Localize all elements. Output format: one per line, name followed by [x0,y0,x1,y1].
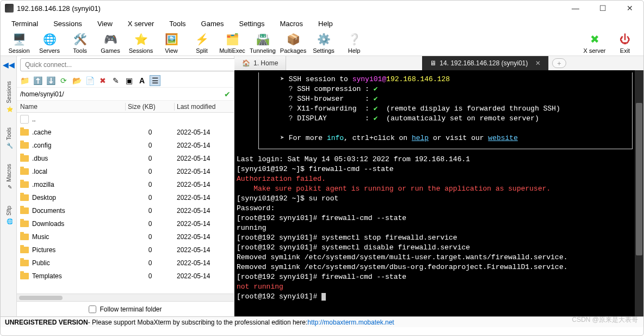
servers-icon: 🌐 [42,32,57,46]
terminal-icon[interactable]: ▣ [123,75,134,86]
star-icon: ⭐ [5,106,13,113]
side-tabs: ◀◀ ⭐Sessions 🔧Tools ✎Macros 🌐Sftp [1,56,17,316]
tb-settings[interactable]: ⚙️Settings [308,32,339,54]
tb-multiexec[interactable]: 🗂️MultiExec [217,32,247,54]
view-icon: 🖼️ [164,32,178,46]
watermark: CSDN @原来是大表哥 [572,315,638,325]
table-row[interactable]: Music02022-05-14 [17,230,234,243]
sidetab-macros[interactable]: ✎Macros [4,161,14,195]
menu-view[interactable]: View [91,19,119,29]
status-bar: UNREGISTERED VERSION - Please support Mo… [1,316,643,327]
sftp-toolbar: 📁 ⬆️ ⬇️ ⟳ 📂 📄 ✖ ✎ ▣ A ☰ [17,74,234,88]
delete-icon[interactable]: ✖ [97,75,108,86]
folder-icon [20,129,29,136]
title-bar: 192.168.146.128 (synyi01) ― ☐ ✕ [1,1,643,16]
upload-icon[interactable]: ⬆️ [32,75,43,86]
quick-connect-input[interactable] [20,58,246,71]
tb-session[interactable]: 🖥️Session [4,32,34,54]
packages-icon: 📦 [286,32,300,46]
menu-macros[interactable]: Macros [273,19,309,29]
settings-icon: ⚙️ [317,32,331,46]
maximize-button[interactable]: ☐ [597,3,609,14]
tab-ssh-session[interactable]: 🖥14. 192.168.146.128 (synyi01)✕ [422,56,549,70]
app-icon [5,4,14,13]
col-name[interactable]: Name [17,103,126,111]
folder-icon [20,207,29,214]
menu-tools[interactable]: Tools [163,19,192,29]
menu-xserver[interactable]: X server [121,19,160,29]
folder-icon [20,273,29,279]
table-row[interactable]: .config02022-05-14 [17,139,234,152]
download-icon[interactable]: ⬇️ [45,75,56,86]
table-row[interactable]: .dbus02022-05-14 [17,152,234,165]
newfile-icon[interactable]: 📄 [84,75,95,86]
status-link[interactable]: http://mobaxterm.mobatek.net [307,319,394,326]
table-row[interactable]: .mozilla02022-05-14 [17,178,234,191]
table-row[interactable]: Public02022-05-14 [17,256,234,270]
table-row[interactable]: Templates02022-05-14 [17,270,234,283]
refresh-icon[interactable]: ⟳ [58,75,69,86]
minimize-button[interactable]: ― [569,3,581,14]
sidetab-sftp[interactable]: 🌐Sftp [4,203,14,229]
tb-exit[interactable]: ⏻Exit [610,32,640,54]
cursor [321,293,326,301]
tb-tunneling[interactable]: 🛣️Tunneling [247,32,278,54]
tab-home[interactable]: 🏠1. Home [234,56,286,70]
sidetab-tools[interactable]: 🔧Tools [4,124,14,153]
folder-icon [20,194,29,201]
tb-servers[interactable]: 🌐Servers [34,32,65,54]
col-size[interactable]: Size (KB) [126,103,175,111]
newfolder-icon[interactable]: 📂 [71,75,82,86]
exit-icon: ⏻ [618,32,632,46]
menu-bar: Terminal Sessions View X server Tools Ga… [1,16,643,31]
terminal-scrollbar[interactable] [635,70,643,316]
table-row[interactable]: Desktop02022-05-14 [17,191,234,204]
terminal-output[interactable]: ➤ SSH session to synyi01@192.168.146.128… [234,70,643,316]
table-row[interactable]: .local02022-05-14 [17,165,234,178]
folder-icon [20,155,29,162]
tb-games[interactable]: 🎮Games [95,32,126,54]
tb-packages[interactable]: 📦Packages [278,32,308,54]
globe-icon: 🌐 [5,218,13,225]
menu-settings[interactable]: Settings [233,19,271,29]
col-modified[interactable]: Last modified [175,103,234,111]
new-tab-button[interactable]: ＋ [552,58,566,68]
folder-icon[interactable]: 📁 [19,75,30,86]
collapse-panel-icon[interactable]: ◀◀ [2,59,16,70]
close-button[interactable]: ✕ [624,3,636,14]
toolbar: 🖥️Session 🌐Servers 🛠️Tools 🎮Games ⭐Sessi… [1,31,643,56]
file-header: Name Size (KB) Last modified [17,101,234,113]
window-title: 192.168.146.128 (synyi01) [17,4,101,13]
unregistered-label: UNREGISTERED VERSION [5,319,88,326]
edit-icon[interactable]: ✎ [110,75,121,86]
menu-games[interactable]: Games [195,19,231,29]
tunneling-icon: 🛣️ [256,32,270,46]
follow-terminal-checkbox[interactable] [89,306,96,313]
table-row[interactable]: Documents02022-05-14 [17,204,234,217]
table-row[interactable]: .cache02022-05-14 [17,126,234,139]
menu-help[interactable]: Help [312,19,339,29]
table-row[interactable]: Pictures02022-05-14 [17,243,234,256]
parent-row[interactable]: .. [17,113,234,126]
menu-terminal[interactable]: Terminal [5,19,45,29]
tb-view[interactable]: 🖼️View [156,32,187,54]
tb-split[interactable]: ⚡Split [187,32,217,54]
help-icon: ❔ [347,32,361,46]
session-icon: 🖥️ [12,32,26,46]
tb-help[interactable]: ❔Help [339,32,369,54]
tab-close-icon[interactable]: ✕ [535,59,541,67]
tb-sessions[interactable]: ⭐Sessions [126,32,156,54]
tb-xserver[interactable]: ✖X server [579,32,610,54]
status-text: - Please support MobaXterm by subscribin… [88,319,308,326]
folder-icon [20,221,29,227]
sessions-icon: ⭐ [134,32,148,46]
menu-sessions[interactable]: Sessions [47,19,89,29]
multiexec-icon: 🗂️ [225,32,239,46]
sidetab-sessions[interactable]: ⭐Sessions [4,78,14,117]
tb-tools[interactable]: 🛠️Tools [65,32,95,54]
text-icon[interactable]: A [137,75,147,86]
sftp-path-input[interactable] [20,90,224,98]
table-row[interactable]: Downloads02022-05-14 [17,217,234,230]
details-icon[interactable]: ☰ [150,75,160,86]
hscrollbar[interactable] [17,294,234,301]
